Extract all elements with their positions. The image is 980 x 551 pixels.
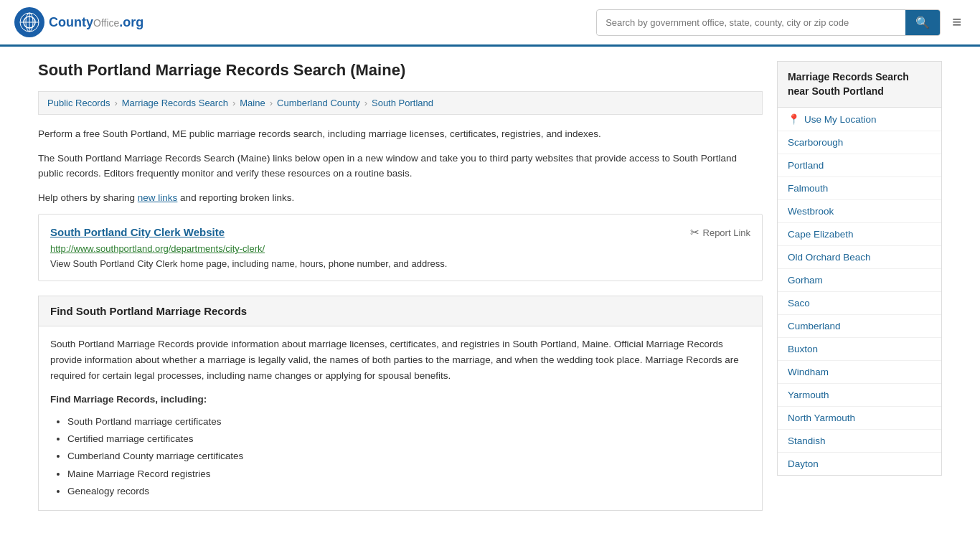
page-title: South Portland Marriage Records Search (… <box>38 61 763 80</box>
sidebar-item-buxton[interactable]: Buxton <box>778 338 941 361</box>
sidebar-item-westbrook[interactable]: Westbrook <box>778 200 941 223</box>
find-section-paragraph: South Portland Marriage Records provide … <box>50 336 750 383</box>
sidebar-use-my-location[interactable]: 📍 Use My Location <box>778 108 941 131</box>
list-item: Certified marriage certificates <box>67 430 750 448</box>
list-item: Maine Marriage Record registries <box>67 466 750 483</box>
sidebar-item-north-yarmouth[interactable]: North Yarmouth <box>778 407 941 430</box>
list-item: South Portland marriage certificates <box>67 413 750 430</box>
sidebar-item-cape-elizabeth[interactable]: Cape Elizabeth <box>778 223 941 246</box>
search-input[interactable] <box>597 11 905 34</box>
link-card-description: View South Portland City Clerk home page… <box>50 258 750 269</box>
sidebar-item-saco[interactable]: Saco <box>778 292 941 315</box>
sidebar-item-falmouth[interactable]: Falmouth <box>778 177 941 200</box>
report-icon: ✂ <box>690 226 699 239</box>
logo[interactable]: CountyOffice.org <box>14 7 143 37</box>
sidebar-item-windham[interactable]: Windham <box>778 361 941 384</box>
site-header: CountyOffice.org 🔍 ≡ <box>0 0 980 47</box>
new-links-link[interactable]: new links <box>138 192 178 203</box>
header-right: 🔍 ≡ <box>596 9 966 36</box>
logo-text: CountyOffice.org <box>49 15 143 30</box>
link-card-title[interactable]: South Portland City Clerk Website <box>50 226 225 238</box>
intro-paragraph-1: Perform a free South Portland, ME public… <box>38 126 763 142</box>
sidebar-item-cumberland[interactable]: Cumberland <box>778 315 941 338</box>
intro-paragraph-3: Help others by sharing new links and rep… <box>38 190 763 206</box>
sidebar-item-old-orchard-beach[interactable]: Old Orchard Beach <box>778 246 941 269</box>
content-area: South Portland Marriage Records Search (… <box>38 61 763 525</box>
hamburger-menu-icon[interactable]: ≡ <box>948 9 966 36</box>
location-pin-icon: 📍 <box>788 113 800 125</box>
sidebar-item-scarborough[interactable]: Scarborough <box>778 131 941 154</box>
intro-paragraph-2: The South Portland Marriage Records Sear… <box>38 151 763 182</box>
breadcrumb: Public Records › Marriage Records Search… <box>38 91 763 115</box>
sidebar-item-portland[interactable]: Portland <box>778 154 941 177</box>
breadcrumb-cumberland-county[interactable]: Cumberland County <box>277 98 360 108</box>
find-section-header: Find South Portland Marriage Records <box>39 296 762 326</box>
sidebar-item-gorham[interactable]: Gorham <box>778 269 941 292</box>
sidebar-header: Marriage Records Search near South Portl… <box>778 62 941 108</box>
use-my-location-link[interactable]: Use My Location <box>804 114 877 125</box>
breadcrumb-public-records[interactable]: Public Records <box>47 98 110 108</box>
breadcrumb-south-portland[interactable]: South Portland <box>372 98 433 108</box>
breadcrumb-maine[interactable]: Maine <box>240 98 265 108</box>
list-item: Genealogy records <box>67 483 750 500</box>
report-link-button[interactable]: ✂ Report Link <box>690 226 750 239</box>
report-link-label: Report Link <box>703 227 750 238</box>
sidebar: Marriage Records Search near South Portl… <box>777 61 942 525</box>
breadcrumb-marriage-records-search[interactable]: Marriage Records Search <box>122 98 228 108</box>
link-card-header: South Portland City Clerk Website ✂ Repo… <box>50 226 750 239</box>
sidebar-item-standish[interactable]: Standish <box>778 430 941 453</box>
find-section: Find South Portland Marriage Records Sou… <box>38 296 763 511</box>
main-container: South Portland Marriage Records Search (… <box>24 47 956 540</box>
find-section-body: South Portland Marriage Records provide … <box>39 326 762 510</box>
sidebar-box: Marriage Records Search near South Portl… <box>777 61 942 476</box>
logo-icon <box>14 7 44 37</box>
find-list-title: Find Marriage Records, including: <box>50 392 750 408</box>
list-item: Cumberland County marriage certificates <box>67 448 750 465</box>
find-list: South Portland marriage certificates Cer… <box>67 413 750 500</box>
sidebar-item-dayton[interactable]: Dayton <box>778 453 941 475</box>
search-button[interactable]: 🔍 <box>905 10 940 35</box>
link-card: South Portland City Clerk Website ✂ Repo… <box>38 214 763 281</box>
search-bar: 🔍 <box>596 9 941 36</box>
link-card-url[interactable]: http://www.southportland.org/departments… <box>50 243 750 254</box>
sidebar-item-yarmouth[interactable]: Yarmouth <box>778 384 941 407</box>
